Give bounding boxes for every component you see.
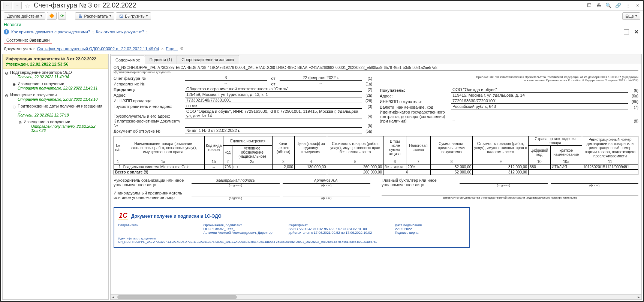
accounting-doc-label: Документ учета:: [4, 46, 35, 51]
form-label: Исправление №: [114, 82, 185, 86]
info-close-icon[interactable]: ✕: [633, 29, 640, 35]
toolbar: Другие действия▾ 🔶 ⟳ 🖶Распечатать▾ 🖫Выгр…: [1, 10, 643, 21]
nav-back-button[interactable]: ←: [3, 2, 12, 9]
document-body: ON_NSCHFDOPPR_2AL-A7303297-E6CA-4BD6-A73…: [111, 64, 641, 294]
form-label: Адрес:: [114, 93, 185, 97]
scroll-right-icon[interactable]: ►: [636, 295, 641, 300]
edo-docid-label: Идентификатор документа:: [118, 237, 156, 240]
th-num: № п/п: [114, 136, 122, 159]
th-kind: Код вида товара: [204, 136, 223, 159]
info-row: i Как принять документ с расхождениями?;…: [1, 28, 643, 36]
sidebar-item-sub: Отправлен получателю, 22.02.2022 11:49:1…: [18, 86, 107, 90]
edo-verify: Подпись верна: [395, 231, 465, 235]
sidebar-item[interactable]: ⊖Извещение о полученииОтправлен получате…: [3, 118, 108, 134]
menu-icon[interactable]: ⋮: [625, 2, 631, 9]
accounting-doc-clear[interactable]: ×: [161, 46, 163, 51]
sidebar-item-sub: Отправлен получателю, 22.02.2022 11:49:1…: [10, 97, 107, 102]
form-label: ИНН/КПП покупателя:: [380, 99, 451, 104]
favorite-icon[interactable]: ☆: [25, 2, 31, 9]
form-value: ООО "Одежда и обувь": [451, 87, 628, 93]
export-label: Выгрузить: [125, 14, 145, 18]
form-value: 7729163630/772901001: [451, 99, 628, 104]
search-icon[interactable]: 🔍: [605, 2, 612, 9]
th-name: Наименование товара (описание выполненны…: [122, 136, 204, 159]
info-link-decline[interactable]: Как отклонить документ?: [96, 30, 144, 34]
news-link[interactable]: Новости: [1, 21, 643, 28]
list-icon[interactable]: [624, 29, 629, 34]
sign-right-label: Главный бухгалтер или иное уполномоченно…: [382, 178, 457, 187]
edo-logo-icon: 1C: [118, 212, 128, 220]
print-button[interactable]: 🖶Распечатать▾: [75, 12, 114, 20]
tab-cover-note[interactable]: Сопроводительная записка: [177, 55, 239, 64]
sign-line-signature: электронная подпись: [192, 178, 280, 184]
tab-signatures[interactable]: Подписи (1): [145, 55, 177, 64]
th-decl: Регистрационный номер декларации на това…: [582, 136, 638, 159]
print-label: Распечатать: [84, 14, 108, 18]
nav-forward-button[interactable]: →: [13, 2, 22, 9]
form-value: 7733021540/773301001: [185, 98, 362, 103]
other-actions-button[interactable]: Другие действия▾: [4, 12, 45, 20]
sidebar-item[interactable]: ⊖Подтверждение даты получения извещения …: [3, 103, 108, 118]
form-label: Документ об отгрузке №: [114, 129, 185, 133]
sidebar-item[interactable]: ⊖Извещение о полученииОтправлен получате…: [3, 91, 108, 103]
accounting-doc-more[interactable]: Еще...: [166, 46, 178, 51]
scroll-left-icon[interactable]: ◄: [111, 295, 116, 300]
form-value: № п/п 1 № 3 от 22.02.2022 г.: [185, 128, 362, 133]
th-uname: условное обозначение (национальное): [232, 146, 273, 159]
hierarchy-button[interactable]: 🔶: [47, 12, 57, 20]
edo-title: Документ получен и подписан в 1С-ЭДО: [131, 214, 222, 219]
info-icon: i: [4, 29, 9, 34]
export-button[interactable]: 🖫Выгрузить▾: [116, 12, 151, 20]
form-value: Российский рубль, 643: [451, 104, 628, 109]
close-icon[interactable]: ×: [634, 2, 641, 9]
edo-box: 1CДокумент получен и подписан в 1С-ЭДО О…: [114, 207, 470, 248]
sidebar-item-title: Извещение о получении: [24, 120, 107, 124]
form-value: --: [280, 81, 362, 86]
th-unit: Единица измерения: [223, 136, 272, 146]
more-label: Еще: [626, 14, 634, 18]
sidebar-header-sub: Утвержден, 22.02.2022 12:53:56: [6, 62, 105, 66]
th-ccode: цифровой код: [529, 146, 551, 159]
accounting-doc-link[interactable]: Счет-фактура полученный ОД00-000002 от 2…: [37, 46, 159, 51]
form-value: [185, 123, 362, 128]
form-label: Покупатель:: [380, 88, 451, 93]
form-label: К платежно-расчетному документу №: [114, 119, 185, 128]
sidebar-item-title: Извещение о получении: [18, 81, 107, 86]
more-button[interactable]: Еще▾: [622, 12, 640, 20]
th-rate: Налоговая ставка: [406, 136, 431, 159]
horizontal-scrollbar[interactable]: ◄ ►: [111, 294, 641, 299]
page-title: Счет-фактура № 3 от 22.02.2022: [34, 1, 586, 9]
gear-icon[interactable]: ⚙: [180, 46, 184, 51]
sidebar-item-title: Подтверждение даты получения извещения .…: [18, 104, 107, 113]
edo-cert-value: 3A 6C A5 00 4A AD DA 95 45 97 67 CC 84 8…: [289, 227, 380, 231]
link-icon[interactable]: 🔗: [615, 2, 622, 9]
form-label: Идентификатор государственного контракта…: [380, 110, 451, 123]
form-value: 3: [185, 75, 267, 81]
th-price: Цена (тариф) за единицу измерения: [295, 136, 327, 159]
sidebar-item[interactable]: ⊖Извещение о полученииОтправлен получате…: [3, 80, 108, 91]
edo-org-name: ООО "Стиль"_Тест_: [203, 227, 273, 231]
sidebar-item-title: Подтверждение оператора ЭДО: [10, 70, 107, 75]
sidebar-item-title: Извещение о получении: [10, 93, 107, 97]
sign-bottom-label: Индивидуальный предприниматель или иное …: [114, 191, 189, 200]
th-excise: В том числе сумма акциза: [383, 136, 406, 159]
status-badge: Состояние: Завершен: [4, 37, 52, 43]
sidebar-item[interactable]: ⊖Подтверждение оператора ЭДОПолучен, 22.…: [3, 69, 108, 80]
form-label: ИНН/КПП продавца:: [114, 99, 185, 103]
doc-file-id: ON_NSCHFDOPPR_2AL-A7303297-E6CA-4BD6-A73…: [114, 66, 638, 70]
edo-cert-valid: действителен с 17.06.2021 09:52 по 17.06…: [289, 231, 380, 235]
refresh-button[interactable]: ⟳: [58, 12, 66, 20]
save-icon[interactable]: 🖫: [586, 2, 592, 9]
sidebar: Информация отправителя № 3 от 22.02.2022…: [2, 54, 109, 300]
form-label: Грузополучатель и его адрес:: [114, 114, 185, 118]
form-value: 125459, Москва г, ул Туристская, д. 13, …: [185, 92, 362, 97]
form-label: Продавец:: [114, 87, 185, 92]
doc-file-id-label: Идентификатор электронного документа: [114, 70, 638, 74]
status-row: Состояние: Завершен: [1, 36, 643, 45]
info-link-rejection[interactable]: Как принять документ с расхождениями?: [11, 30, 90, 34]
print-icon[interactable]: 🖶: [595, 2, 602, 9]
accounting-doc-row: Документ учета: Счет-фактура полученный …: [1, 45, 643, 52]
sidebar-header[interactable]: Информация отправителя № 3 от 22.02.2022…: [3, 54, 108, 69]
tab-content[interactable]: Содержимое: [111, 55, 145, 64]
scroll-thumb[interactable]: [117, 295, 237, 299]
